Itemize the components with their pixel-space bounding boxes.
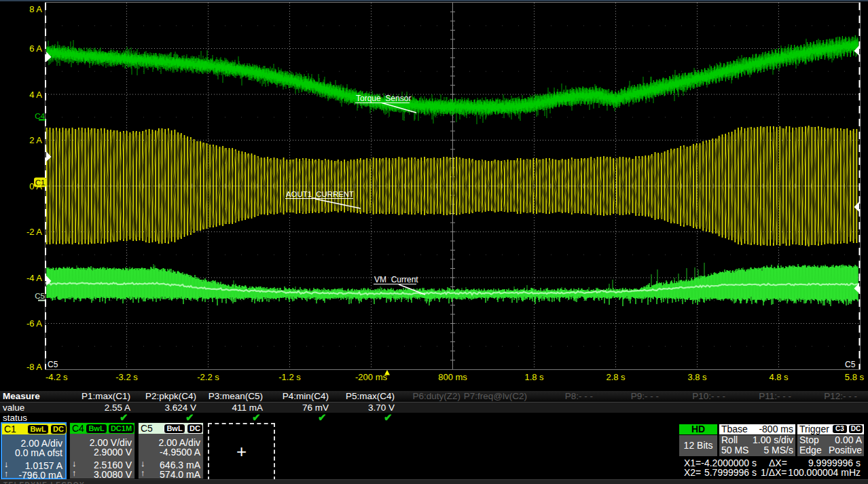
svg-text:2.8 s: 2.8 s [606,372,626,382]
svg-text:AOUT1_CURRENT: AOUT1_CURRENT [286,190,354,198]
svg-text:C5: C5 [35,292,45,300]
svg-text:800 ms: 800 ms [438,372,467,382]
svg-text:-8 A: -8 A [26,362,42,372]
svg-text:8 A: 8 A [29,4,42,14]
svg-text:-4.2 s: -4.2 s [46,372,68,382]
svg-text:C5: C5 [845,360,856,369]
svg-text:-2 A: -2 A [26,227,42,237]
svg-text:4.8 s: 4.8 s [769,372,789,382]
svg-text:2 A: 2 A [29,135,42,145]
svg-text:-6 A: -6 A [26,318,42,329]
svg-text:-2.2 s: -2.2 s [197,372,219,382]
svg-text:-4 A: -4 A [26,273,42,283]
svg-text:Torque_Sensor: Torque_Sensor [356,94,411,103]
svg-text:C4: C4 [35,112,45,120]
svg-text:5.8 s: 5.8 s [845,372,865,382]
svg-text:0 A: 0 A [29,181,42,191]
svg-text:4 A: 4 A [29,90,42,100]
svg-text:VM_Current: VM_Current [374,275,418,284]
svg-text:1.8 s: 1.8 s [524,372,544,382]
svg-text:-3.2 s: -3.2 s [115,372,138,382]
svg-text:-200 ms: -200 ms [355,372,387,382]
svg-text:-1.2 s: -1.2 s [278,372,301,382]
svg-text:3.8 s: 3.8 s [687,372,707,382]
svg-text:C5: C5 [48,360,58,369]
svg-text:6 A: 6 A [29,43,42,54]
